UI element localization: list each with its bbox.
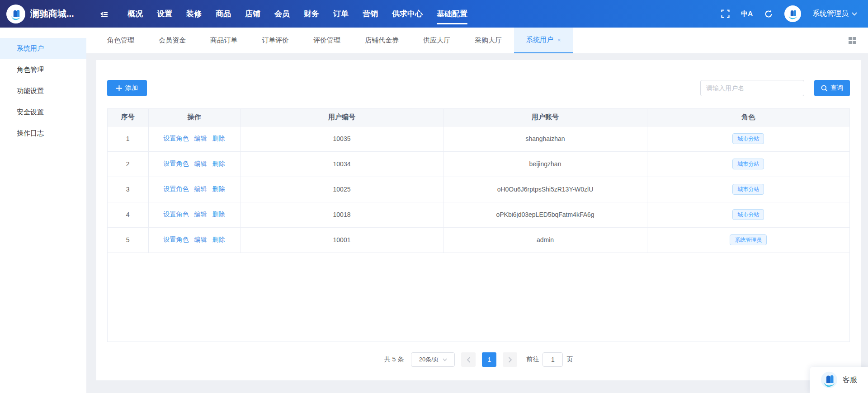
set-role-link[interactable]: 设置角色 (164, 211, 189, 218)
jump-page-input[interactable] (542, 352, 563, 367)
edit-link[interactable]: 编辑 (194, 160, 207, 167)
row-actions: 设置角色编辑删除 (148, 177, 240, 202)
row-user-id: 10001 (240, 227, 443, 253)
nav-item-settings[interactable]: 设置 (157, 0, 172, 28)
role-tag: 城市分站 (732, 159, 764, 169)
row-seq: 3 (108, 177, 148, 202)
table-row: 2 设置角色编辑删除 10034 beijingzhan 城市分站 (108, 151, 849, 177)
delete-link[interactable]: 删除 (212, 211, 225, 218)
table-row: 3 设置角色编辑删除 10025 oH0Ou6J6rptpsShi5zR13Y-… (108, 177, 849, 202)
sidebar-item-system-users[interactable]: 系统用户 (0, 38, 86, 59)
refresh-icon[interactable] (764, 9, 773, 19)
menu-fold-icon[interactable] (99, 10, 108, 18)
main-area: 添加 查询 序号 操作 (86, 53, 868, 393)
user-avatar[interactable] (784, 5, 801, 22)
chevron-down-icon (443, 358, 447, 361)
main-nav: 概况 设置 装修 商品 店铺 会员 财务 订单 营销 供求中心 基础配置 (127, 0, 467, 28)
add-button-label: 添加 (125, 84, 138, 92)
column-account: 用户账号 (443, 109, 647, 126)
nav-item-basic-config[interactable]: 基础配置 (437, 0, 467, 28)
nav-item-finance[interactable]: 财务 (304, 0, 319, 28)
set-role-link[interactable]: 设置角色 (164, 185, 189, 192)
tab-supply-hall[interactable]: 供应大厅 (411, 28, 462, 53)
sidebar-item-function-settings[interactable]: 功能设置 (0, 80, 86, 102)
nav-item-overview[interactable]: 概况 (127, 0, 143, 28)
delete-link[interactable]: 删除 (212, 236, 225, 243)
page-size-select[interactable]: 20条/页 (411, 352, 455, 367)
customer-service-button[interactable]: 客服 (810, 367, 868, 393)
chevron-down-icon (852, 12, 857, 16)
edit-link[interactable]: 编辑 (194, 135, 207, 142)
row-role: 系统管理员 (647, 227, 849, 253)
user-name-label: 系统管理员 (812, 9, 849, 19)
row-actions: 设置角色编辑删除 (148, 227, 240, 253)
nav-item-marketing[interactable]: 营销 (363, 0, 378, 28)
tab-member-funds[interactable]: 会员资金 (146, 28, 198, 53)
row-actions: 设置角色编辑删除 (148, 126, 240, 151)
tab-shop-vouchers[interactable]: 店铺代金券 (353, 28, 411, 53)
delete-link[interactable]: 删除 (212, 135, 225, 142)
row-role: 城市分站 (647, 151, 849, 177)
page-size-value: 20条/页 (419, 356, 439, 364)
set-role-link[interactable]: 设置角色 (164, 160, 189, 167)
edit-link[interactable]: 编辑 (194, 185, 207, 192)
total-count-label: 共 5 条 (384, 356, 404, 364)
tab-review-management[interactable]: 评价管理 (301, 28, 353, 53)
nav-item-shop[interactable]: 店铺 (245, 0, 260, 28)
chevron-right-icon (508, 357, 512, 363)
nav-item-supply-demand[interactable]: 供求中心 (392, 0, 423, 28)
jump-suffix-label: 页 (566, 356, 573, 364)
fullscreen-icon[interactable] (721, 9, 730, 18)
set-role-link[interactable]: 设置角色 (164, 236, 189, 243)
jump-prefix-label: 前往 (526, 356, 539, 364)
column-actions: 操作 (148, 109, 240, 126)
brand-area: 澜驰商城... (0, 5, 96, 23)
sidebar-item-operation-log[interactable]: 操作日志 (0, 123, 86, 144)
tab-goods-orders[interactable]: 商品订单 (198, 28, 250, 53)
row-role: 城市分站 (647, 202, 849, 227)
edit-link[interactable]: 编辑 (194, 211, 207, 218)
user-menu[interactable]: 系统管理员 (812, 9, 857, 19)
sidebar-item-role-management[interactable]: 角色管理 (0, 59, 86, 80)
set-role-link[interactable]: 设置角色 (164, 135, 189, 142)
tab-close-icon[interactable]: × (557, 37, 561, 43)
nav-item-decorate[interactable]: 装修 (186, 0, 202, 28)
tab-system-users[interactable]: 系统用户 × (514, 28, 573, 53)
nav-item-member[interactable]: 会员 (274, 0, 290, 28)
role-tag: 系统管理员 (730, 234, 767, 245)
tab-purchase-hall[interactable]: 采购大厅 (462, 28, 514, 53)
search-input[interactable] (700, 80, 804, 96)
search-button-label: 查询 (830, 84, 843, 92)
row-account: oH0Ou6J6rptpsShi5zR13Y-W0zlU (443, 177, 647, 202)
top-header: 澜驰商城... 概况 设置 装修 商品 店铺 会员 财务 订单 营销 供求中心 … (0, 0, 868, 28)
table-row: 5 设置角色编辑删除 10001 admin 系统管理员 (108, 227, 849, 253)
table-header-row: 序号 操作 用户编号 用户账号 角色 (108, 109, 849, 126)
translate-icon[interactable]: 中A (741, 9, 753, 18)
edit-link[interactable]: 编辑 (194, 236, 207, 243)
column-user-id: 用户编号 (240, 109, 443, 126)
chevron-left-icon (467, 357, 471, 363)
search-button[interactable]: 查询 (814, 80, 850, 96)
nav-item-goods[interactable]: 商品 (216, 0, 231, 28)
row-seq: 5 (108, 227, 148, 253)
next-page-button[interactable] (503, 352, 517, 367)
search-box: 查询 (700, 80, 850, 96)
delete-link[interactable]: 删除 (212, 185, 225, 192)
page-number-button[interactable]: 1 (482, 352, 496, 367)
table-row: 1 设置角色编辑删除 10035 shanghaizhan 城市分站 (108, 126, 849, 151)
tab-role-management[interactable]: 角色管理 (95, 28, 146, 53)
nav-item-order[interactable]: 订单 (333, 0, 349, 28)
column-seq: 序号 (108, 109, 148, 126)
delete-link[interactable]: 删除 (212, 160, 225, 167)
prev-page-button[interactable] (461, 352, 476, 367)
tabs-grid-icon[interactable] (849, 37, 856, 44)
row-actions: 设置角色编辑删除 (148, 202, 240, 227)
tab-order-reviews[interactable]: 订单评价 (250, 28, 301, 53)
role-tag: 城市分站 (732, 184, 764, 195)
row-actions: 设置角色编辑删除 (148, 151, 240, 177)
column-role: 角色 (647, 109, 849, 126)
search-icon (821, 85, 828, 92)
add-button[interactable]: 添加 (107, 80, 147, 96)
sidebar-item-security-settings[interactable]: 安全设置 (0, 102, 86, 123)
content-card: 添加 查询 序号 操作 (96, 60, 861, 380)
